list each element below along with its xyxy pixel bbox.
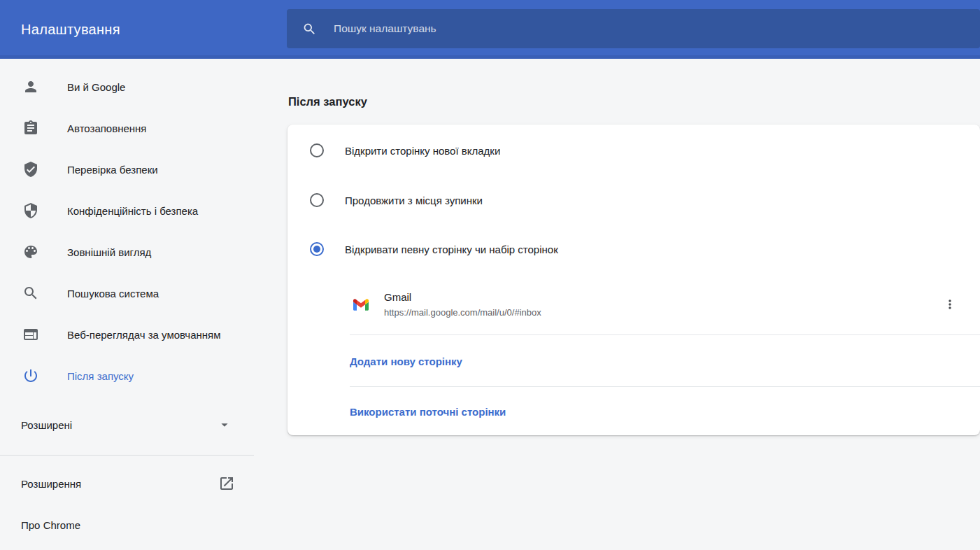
sidebar-item-extensions[interactable]: Розширення <box>0 467 254 500</box>
palette-icon <box>22 244 39 260</box>
search-icon <box>302 22 317 36</box>
option-open-specific-pages[interactable]: Відкривати певну сторінку чи набір сторі… <box>310 235 558 263</box>
sidebar-advanced-toggle[interactable]: Розширені <box>0 408 254 442</box>
settings-search[interactable] <box>287 9 980 48</box>
startup-page-url: https://mail.google.com/mail/u/0/#inbox <box>384 307 541 318</box>
shield-half-icon <box>22 202 39 219</box>
sidebar-item-safety-check[interactable]: Перевірка безпеки <box>0 153 254 186</box>
search-input[interactable] <box>334 22 966 35</box>
person-icon <box>22 78 39 95</box>
on-startup-card: Відкрити сторінку нової вкладки Продовжи… <box>287 125 980 435</box>
sidebar-item-privacy-security[interactable]: Конфіденційність і безпека <box>0 194 254 227</box>
extensions-label: Розширення <box>21 478 81 490</box>
sidebar-item-label: Зовнішній вигляд <box>67 246 151 258</box>
startup-page-name: Gmail <box>384 291 541 303</box>
option-label: Продовжити з місця зупинки <box>345 195 483 206</box>
radio-button[interactable] <box>310 143 324 157</box>
radio-button[interactable] <box>310 242 324 256</box>
more-vert-icon <box>943 297 957 311</box>
card-divider <box>350 334 980 335</box>
chrome-settings-page: Налаштування Ви й Google Автозаповнення <box>0 0 980 550</box>
use-current-pages-button[interactable]: Використати поточні сторінки <box>350 397 506 425</box>
sidebar-item-label: Автозаповнення <box>67 122 147 134</box>
option-continue-where-left-off[interactable]: Продовжити з місця зупинки <box>310 186 483 214</box>
sidebar-item-label: Конфіденційність і безпека <box>67 205 198 217</box>
startup-page-row: Gmail https://mail.google.com/mail/u/0/#… <box>353 284 924 325</box>
use-current-pages-label: Використати поточні сторінки <box>350 406 506 418</box>
gmail-icon <box>353 299 369 311</box>
caret-down-icon <box>217 417 232 432</box>
sidebar-divider <box>0 455 254 456</box>
sidebar-item-search-engine[interactable]: Пошукова система <box>0 276 254 310</box>
add-new-page-label: Додати нову сторінку <box>350 355 462 367</box>
search-icon <box>22 285 39 302</box>
clipboard-icon <box>22 120 39 136</box>
sidebar-item-label: Пошукова система <box>67 288 159 299</box>
browser-window-icon <box>22 326 39 343</box>
add-new-page-button[interactable]: Додати нову сторінку <box>350 347 462 375</box>
advanced-label: Розширені <box>21 419 72 431</box>
about-label: Про Chrome <box>21 519 80 531</box>
sidebar-item-label: Ви й Google <box>67 81 125 93</box>
shield-check-icon <box>22 161 39 178</box>
sidebar-item-on-startup[interactable]: Після запуску <box>0 359 254 393</box>
page-title: Налаштування <box>21 0 120 59</box>
power-icon <box>22 367 39 384</box>
radio-button[interactable] <box>310 193 324 207</box>
sidebar-item-default-browser[interactable]: Веб-переглядач за умовчанням <box>0 318 254 351</box>
external-link-icon <box>218 475 235 492</box>
sidebar-item-label: Після запуску <box>67 370 134 382</box>
sidebar-item-autofill[interactable]: Автозаповнення <box>0 111 254 145</box>
sidebar-item-you-and-google[interactable]: Ви й Google <box>0 70 254 104</box>
option-label: Відкривати певну сторінку чи набір сторі… <box>345 244 558 255</box>
sidebar-item-label: Перевірка безпеки <box>67 164 158 176</box>
startup-page-info: Gmail https://mail.google.com/mail/u/0/#… <box>384 291 541 318</box>
sidebar-item-appearance[interactable]: Зовнішній вигляд <box>0 235 254 269</box>
settings-toolbar: Налаштування <box>0 0 980 59</box>
sidebar-item-about-chrome[interactable]: Про Chrome <box>0 508 254 542</box>
option-label: Відкрити сторінку нової вкладки <box>345 145 500 157</box>
section-title: Після запуску <box>288 95 367 108</box>
card-divider <box>350 386 980 387</box>
page-options-menu-button[interactable] <box>939 293 961 316</box>
sidebar-item-label: Веб-переглядач за умовчанням <box>67 329 221 341</box>
option-open-new-tab[interactable]: Відкрити сторінку нової вкладки <box>310 136 500 164</box>
